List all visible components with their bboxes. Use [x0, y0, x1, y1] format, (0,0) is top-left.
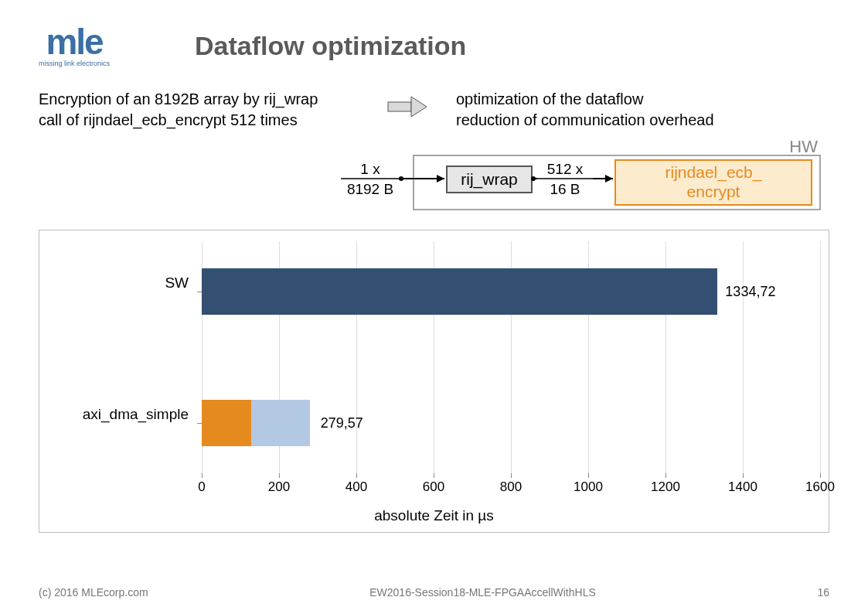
tick-mark — [202, 473, 203, 478]
xtick-label: 0 — [198, 479, 205, 495]
bar-sw — [202, 268, 717, 315]
diag-mid-top: 512 x — [547, 161, 584, 177]
diagram: HW 1 x 8192 B rij_wrap 512 x 16 B rijn — [336, 138, 829, 219]
xtick-label: 400 — [345, 479, 367, 495]
intro-right: optimization of the dataflow reduction o… — [456, 89, 829, 131]
logo: mle missing link electronics — [39, 26, 110, 67]
diag-box1: rij_wrap — [461, 170, 518, 189]
gridline — [820, 241, 821, 473]
diag-box2b: encrypt — [687, 182, 740, 200]
logo-main: mle — [46, 26, 102, 58]
header: mle missing link electronics Dataflow op… — [39, 23, 829, 67]
xtick-label: 200 — [268, 479, 290, 495]
diag-box2a: rijndael_ecb_ — [665, 163, 762, 182]
intro-left-l1: Encryption of an 8192B array by rij_wrap — [39, 89, 363, 110]
tick-mark — [665, 473, 666, 478]
svg-rect-0 — [388, 102, 411, 111]
footer-right: 16 — [817, 586, 829, 599]
gridline — [743, 241, 744, 473]
bar-axi-seg2 — [251, 400, 310, 446]
tick-mark — [743, 473, 744, 478]
xtick-label: 1000 — [574, 479, 603, 495]
xtick-label: 1200 — [651, 479, 680, 495]
tick-mark — [511, 473, 512, 478]
footer-left: (c) 2016 MLEcorp.com — [39, 586, 148, 599]
intro-left: Encryption of an 8192B array by rij_wrap… — [39, 89, 363, 131]
footer-center: EW2016-Session18-MLE-FPGAAccellWithHLS — [369, 586, 596, 599]
svg-marker-1 — [411, 97, 427, 117]
tick-mark — [279, 473, 280, 478]
intro-right-l1: optimization of the dataflow — [456, 89, 829, 110]
page-title: Dataflow optimization — [195, 31, 466, 61]
arrow-right-icon — [386, 94, 433, 120]
xlabel: absolute Zeit in µs — [374, 507, 494, 524]
xtick-label: 600 — [423, 479, 444, 495]
diagram-svg: HW 1 x 8192 B rij_wrap 512 x 16 B rijn — [336, 138, 831, 216]
xtick-label: 800 — [500, 479, 522, 495]
svg-marker-6 — [437, 175, 444, 182]
chart: SW axi_dma_simple 0200400600800100012001… — [39, 230, 829, 533]
svg-point-5 — [399, 176, 403, 181]
slide: mle missing link electronics Dataflow op… — [0, 0, 868, 614]
hw-label: HW — [789, 138, 818, 156]
intro: Encryption of an 8192B array by rij_wrap… — [39, 89, 829, 131]
xtick-label: 1400 — [728, 479, 757, 495]
diag-in-bot: 8192 B — [347, 181, 393, 197]
svg-point-10 — [531, 176, 536, 181]
ylabel-0: SW — [74, 275, 189, 292]
svg-marker-12 — [605, 175, 613, 182]
intro-left-l2: call of rijndael_ecb_encrypt 512 times — [39, 110, 363, 131]
tick-mark — [588, 473, 589, 478]
bar-axi-value: 279,57 — [321, 415, 363, 432]
xtick-label: 1600 — [805, 479, 835, 495]
intro-right-l2: reduction of communication overhead — [456, 110, 829, 131]
tick-mark — [820, 473, 821, 478]
ylabel-1: axi_dma_simple — [74, 406, 189, 423]
diag-in-top: 1 x — [360, 161, 380, 177]
footer: (c) 2016 MLEcorp.com EW2016-Session18-ML… — [39, 586, 829, 599]
logo-sub: missing link electronics — [39, 60, 110, 67]
diag-mid-bot: 16 B — [550, 181, 580, 197]
plot-area: 020040060080010001200140016001334,72279,… — [202, 241, 820, 473]
bar-sw-value: 1334,72 — [725, 284, 775, 300]
tick-mark — [434, 473, 434, 478]
bar-axi-seg1 — [202, 400, 251, 446]
tick-mark — [356, 473, 357, 478]
